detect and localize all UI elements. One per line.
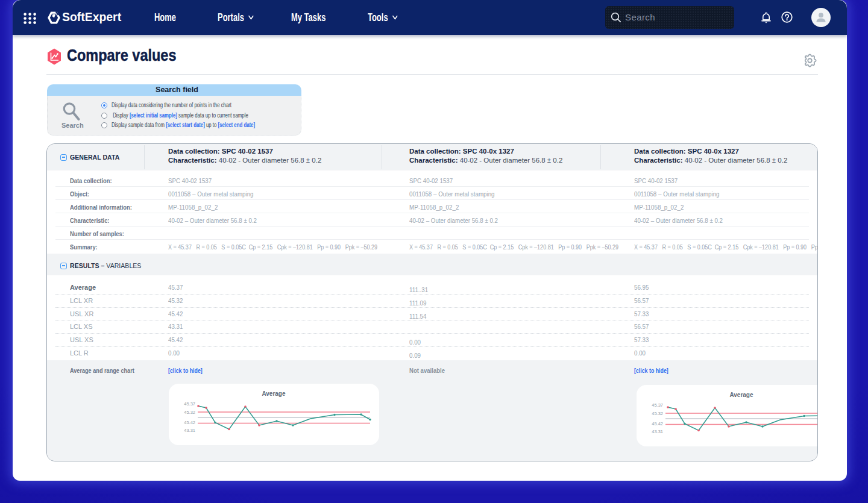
svg-text:45.32: 45.32 <box>184 410 195 415</box>
svg-text:45.42: 45.42 <box>184 420 195 425</box>
svg-text:43.31: 43.31 <box>652 429 663 434</box>
svg-text:45.37: 45.37 <box>652 402 663 408</box>
svg-text:45.32: 45.32 <box>652 411 663 416</box>
svg-text:43.31: 43.31 <box>184 428 195 433</box>
svg-text:Average: Average <box>729 392 753 398</box>
svg-text:45.42: 45.42 <box>652 421 663 426</box>
svg-text:45.37: 45.37 <box>184 401 195 407</box>
svg-text:Average: Average <box>262 390 286 397</box>
